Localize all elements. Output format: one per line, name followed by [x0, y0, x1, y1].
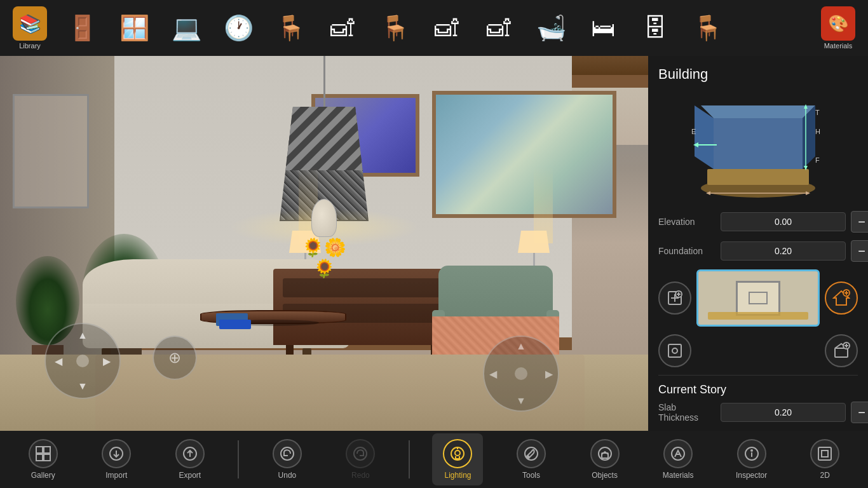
foundation-input[interactable] — [721, 241, 846, 261]
pan-center — [515, 367, 527, 380]
2d-button[interactable]: 2D — [799, 433, 850, 485]
svg-text:H: H — [815, 128, 820, 135]
wall-art-left — [13, 94, 89, 208]
gallery-button[interactable]: Gallery — [18, 433, 69, 485]
floor-plan-room — [749, 292, 768, 304]
library-button[interactable]: 📚 Library — [5, 3, 55, 53]
flowers: 🌻🌼🌻 — [302, 237, 346, 269]
sofa-yellow-item[interactable]: 🛋 — [474, 3, 524, 53]
dresser-icon: 🗄 — [638, 11, 672, 45]
bathtub-icon: 🛁 — [534, 11, 568, 45]
terrain-btn[interactable] — [825, 334, 858, 367]
svg-text:E: E — [691, 128, 696, 135]
nav-up-button[interactable]: ▲ — [73, 326, 92, 345]
objects-button[interactable]: Objects — [580, 433, 630, 485]
chair-red-item[interactable]: 🪑 — [266, 3, 315, 53]
svg-text:F: F — [815, 156, 820, 164]
bed-item[interactable]: 🛏 — [578, 3, 628, 53]
panel-divider — [658, 375, 858, 376]
select-obj-btn[interactable] — [658, 334, 691, 367]
svg-rect-53 — [835, 348, 848, 357]
bed-icon: 🛏 — [586, 11, 620, 45]
svg-rect-81 — [822, 451, 828, 457]
pan-up: ▲ — [516, 341, 526, 352]
floor-plan-thumbnail[interactable] — [696, 269, 820, 327]
rotate-icon: ⊕ — [168, 349, 181, 367]
svg-rect-25 — [714, 118, 803, 169]
export-button[interactable]: Export — [165, 433, 215, 485]
bathtub-item[interactable]: 🛁 — [526, 3, 576, 53]
materials-button[interactable]: 🎨 Materials — [813, 3, 863, 53]
slab-thickness-row: Slab Thickness − + — [658, 402, 858, 423]
svg-rect-60 — [44, 454, 50, 461]
redo-label: Redo — [351, 471, 370, 480]
svg-point-66 — [354, 447, 367, 460]
elevation-minus-btn[interactable]: − — [851, 211, 868, 233]
materials-label: Materials — [824, 42, 853, 50]
laptop-icon: 💻 — [169, 11, 203, 45]
nav-arrows-control[interactable]: ▲ ▼ ◀ ▶ — [44, 323, 121, 399]
sofa-pink-icon: 🛋 — [430, 11, 464, 45]
vase: 🌻🌼🌻 — [311, 199, 346, 269]
lighting-button[interactable]: Lighting — [432, 433, 483, 485]
materials-bottom-icon — [663, 439, 693, 468]
import-icon — [102, 439, 131, 468]
house-diagram-svg: T H F E — [688, 93, 828, 201]
slab-input[interactable] — [721, 403, 846, 422]
lighting-icon — [443, 439, 472, 468]
chair-pink-item[interactable]: 🪑 — [370, 3, 419, 53]
nav-rotate-control[interactable]: ⊕ — [153, 336, 197, 380]
chair-red-icon: 🪑 — [273, 11, 308, 45]
pendant-lamp — [280, 56, 369, 221]
laptop-item[interactable]: 💻 — [161, 3, 211, 53]
nav-right-button[interactable]: ▶ — [97, 351, 116, 370]
toolbar-divider-1 — [238, 440, 239, 478]
library-icon: 📚 — [13, 6, 47, 41]
slab-minus-btn[interactable]: − — [851, 402, 868, 423]
materials-bottom-button[interactable]: Materials — [653, 433, 703, 485]
import-button[interactable]: Import — [91, 433, 142, 485]
export-label: Export — [179, 471, 201, 480]
inspector-button[interactable]: Inspector — [726, 433, 777, 485]
room-scene: 🌻🌼🌻 ▲ ▼ ◀ ▶ — [0, 56, 648, 431]
clock-item[interactable]: 🕐 — [214, 3, 263, 53]
pan-right: ▶ — [545, 368, 553, 380]
sofa-pink-item[interactable]: 🛋 — [422, 3, 471, 53]
dresser-item[interactable]: 🗄 — [630, 3, 680, 53]
objects-label: Objects — [592, 471, 618, 480]
2d-icon — [810, 439, 839, 468]
export-icon — [175, 439, 205, 468]
chair-red2-item[interactable]: 🪑 — [682, 3, 732, 53]
nav-center — [76, 355, 89, 367]
chair-red2-icon: 🪑 — [690, 11, 724, 45]
window-icon: 🪟 — [117, 11, 151, 45]
armchair-yellow-item[interactable]: 🛋 — [318, 3, 367, 53]
foundation-row: Foundation − + — [658, 240, 858, 262]
nav-down-button[interactable]: ▼ — [73, 377, 92, 396]
clock-icon: 🕐 — [221, 11, 255, 45]
sideboard-drawer — [283, 278, 442, 297]
elevation-input[interactable] — [721, 212, 846, 231]
materials-bottom-label: Materials — [663, 471, 694, 480]
tools-icon — [517, 439, 546, 468]
add-room-btn[interactable] — [658, 281, 691, 315]
svg-rect-80 — [818, 447, 831, 460]
lighting-label: Lighting — [444, 471, 471, 480]
door-item[interactable]: 🚪 — [57, 3, 107, 53]
nav-left-button[interactable]: ◀ — [49, 351, 68, 370]
panel-content: Building T H F E — [648, 56, 868, 488]
floor-marker — [708, 312, 808, 320]
nav-pan-inner: ▲ ▼ ◀ ▶ — [484, 336, 558, 412]
slab-label: Slab Thickness — [658, 402, 715, 423]
redo-button[interactable]: Redo — [335, 433, 386, 485]
main-viewport[interactable]: 🌻🌼🌻 ▲ ▼ ◀ ▶ — [0, 56, 648, 431]
window-furniture-item[interactable]: 🪟 — [109, 3, 159, 53]
tools-button[interactable]: Tools — [506, 433, 557, 485]
svg-point-68 — [455, 451, 460, 456]
roof-btn[interactable] — [825, 281, 858, 315]
foundation-minus-btn[interactable]: − — [851, 240, 868, 262]
2d-label: 2D — [820, 471, 829, 480]
undo-button[interactable]: Undo — [262, 433, 313, 485]
elevation-label: Elevation — [658, 217, 715, 227]
nav-pan-control[interactable]: ▲ ▼ ◀ ▶ — [483, 336, 559, 412]
